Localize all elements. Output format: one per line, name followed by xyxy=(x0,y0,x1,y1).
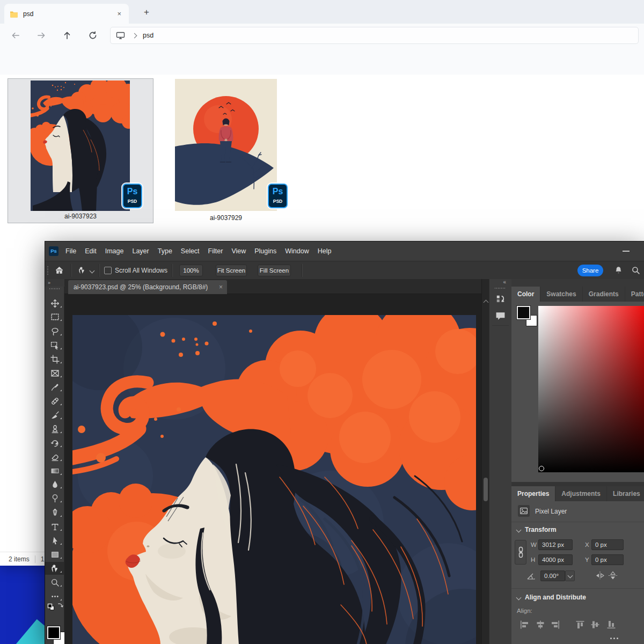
foreground-color-swatch[interactable] xyxy=(517,306,530,319)
menu-select[interactable]: Select xyxy=(177,241,204,261)
spot-healing-brush-tool[interactable] xyxy=(45,394,64,407)
menu-image[interactable]: Image xyxy=(101,241,128,261)
default-colors-icon[interactable] xyxy=(47,603,55,611)
panel-more-options-icon[interactable] xyxy=(610,638,618,639)
file-item-ai-9037929[interactable]: Ps PSD ai-9037929 xyxy=(160,79,291,223)
align-right-icon[interactable] xyxy=(550,619,561,630)
object-selection-tool[interactable] xyxy=(45,339,64,352)
scroll-all-windows-checkbox[interactable] xyxy=(104,267,112,274)
path-selection-tool[interactable] xyxy=(45,534,64,547)
menu-help[interactable]: Help xyxy=(313,241,336,261)
forward-button[interactable] xyxy=(36,31,46,40)
tab-libraries[interactable]: Libraries xyxy=(607,486,644,501)
angle-field[interactable]: 0.00° xyxy=(540,570,565,581)
zoom-100-button[interactable]: 100% xyxy=(179,265,203,276)
color-picker-handle[interactable] xyxy=(539,466,544,471)
rectangular-marquee-tool[interactable] xyxy=(45,310,64,323)
crop-tool[interactable] xyxy=(45,353,64,365)
expand-tools-icon[interactable]: » xyxy=(45,279,64,287)
grip-handle[interactable] xyxy=(495,288,506,289)
share-button[interactable]: Share xyxy=(577,265,603,276)
angle-dropdown-button[interactable] xyxy=(565,570,575,581)
menu-window[interactable]: Window xyxy=(281,241,313,261)
canvas-artwork[interactable] xyxy=(72,315,476,644)
align-center-horizontal-icon[interactable] xyxy=(535,619,546,630)
type-tool[interactable] xyxy=(45,520,64,533)
zoom-tool[interactable] xyxy=(45,576,64,589)
tab-close-icon[interactable]: × xyxy=(115,9,123,19)
collapse-panels-icon[interactable]: « xyxy=(503,279,507,285)
swap-colors-icon[interactable] xyxy=(56,602,63,609)
address-bar[interactable]: psd xyxy=(110,27,639,44)
menu-edit[interactable]: Edit xyxy=(80,241,101,261)
eyedropper-tool[interactable] xyxy=(45,380,64,393)
explorer-tab-psd[interactable]: psd × xyxy=(4,4,129,24)
home-icon[interactable] xyxy=(55,266,64,275)
align-left-icon[interactable] xyxy=(519,619,530,630)
pen-tool[interactable] xyxy=(45,506,64,519)
width-field[interactable]: 3012 px xyxy=(538,539,573,550)
rectangle-tool[interactable] xyxy=(45,548,64,561)
tab-gradients[interactable]: Gradients xyxy=(583,287,625,302)
minimize-button[interactable] xyxy=(623,251,630,252)
fit-screen-button[interactable]: Fit Screen xyxy=(216,265,247,276)
flip-vertical-icon[interactable] xyxy=(608,571,618,580)
scrollbar-thumb[interactable] xyxy=(484,478,488,501)
hand-tool[interactable] xyxy=(45,562,64,575)
move-tool[interactable] xyxy=(45,297,64,310)
tab-adjustments[interactable]: Adjustments xyxy=(555,486,607,501)
transform-section-header[interactable]: Transform xyxy=(517,526,557,533)
eraser-tool[interactable] xyxy=(45,450,64,463)
frame-tool[interactable] xyxy=(45,367,64,379)
search-icon[interactable] xyxy=(631,266,640,275)
menu-plugins[interactable]: Plugins xyxy=(250,241,281,261)
menu-view[interactable]: View xyxy=(227,241,250,261)
comments-icon[interactable] xyxy=(495,311,506,320)
breadcrumb-path[interactable]: psd xyxy=(143,32,153,39)
back-button[interactable] xyxy=(11,31,20,40)
grip-handle[interactable] xyxy=(47,266,48,275)
blur-tool[interactable] xyxy=(45,478,64,491)
refresh-button[interactable] xyxy=(88,31,98,40)
document-close-icon[interactable]: × xyxy=(219,280,223,294)
foreground-color-swatch[interactable] xyxy=(47,626,60,639)
align-middle-vertical-icon[interactable] xyxy=(590,619,601,630)
brush-tool[interactable] xyxy=(45,408,64,421)
hand-tool-options-icon[interactable] xyxy=(77,266,86,275)
lasso-tool[interactable] xyxy=(45,325,64,338)
menu-filter[interactable]: Filter xyxy=(204,241,228,261)
gradient-tool[interactable] xyxy=(45,464,64,477)
dodge-tool[interactable] xyxy=(45,492,64,504)
tab-swatches[interactable]: Swatches xyxy=(540,287,582,302)
menu-type[interactable]: Type xyxy=(153,241,177,261)
fill-screen-button[interactable]: Fill Screen xyxy=(258,265,291,276)
color-picker-field[interactable] xyxy=(538,306,644,472)
chevron-down-icon[interactable] xyxy=(90,268,95,274)
align-top-icon[interactable] xyxy=(575,619,586,630)
link-dimensions-button[interactable] xyxy=(515,540,526,565)
scroll-up-icon[interactable] xyxy=(484,300,489,305)
height-field[interactable]: 4000 px xyxy=(538,554,573,565)
menu-file[interactable]: File xyxy=(61,241,80,261)
tab-patterns[interactable]: Patterns xyxy=(625,287,644,302)
align-section-header[interactable]: Align and Distribute xyxy=(517,594,586,601)
x-field[interactable]: 0 px xyxy=(591,539,624,550)
align-bottom-icon[interactable] xyxy=(606,619,617,630)
notifications-bell-icon[interactable] xyxy=(614,266,623,275)
file-name[interactable]: ai-9037923 xyxy=(8,213,153,220)
file-item-ai-9037923[interactable]: Ps PSD ai-9037923 xyxy=(8,78,153,223)
flip-horizontal-icon[interactable] xyxy=(595,571,605,580)
history-brush-tool[interactable] xyxy=(45,436,64,449)
version-history-icon[interactable] xyxy=(495,294,506,305)
document-tab[interactable]: ai-9037923.psd @ 25% (Background, RGB/8#… xyxy=(68,280,227,294)
canvas-vertical-scrollbar[interactable] xyxy=(481,279,489,644)
menu-layer[interactable]: Layer xyxy=(128,241,153,261)
edit-toolbar-icon[interactable] xyxy=(45,590,64,603)
file-name[interactable]: ai-9037929 xyxy=(160,214,291,222)
up-button[interactable] xyxy=(62,31,72,40)
tab-color[interactable]: Color xyxy=(511,287,540,302)
grip-handle[interactable] xyxy=(49,288,60,289)
tab-properties[interactable]: Properties xyxy=(511,486,555,501)
clone-stamp-tool[interactable] xyxy=(45,422,64,435)
new-tab-button[interactable]: + xyxy=(141,6,152,18)
